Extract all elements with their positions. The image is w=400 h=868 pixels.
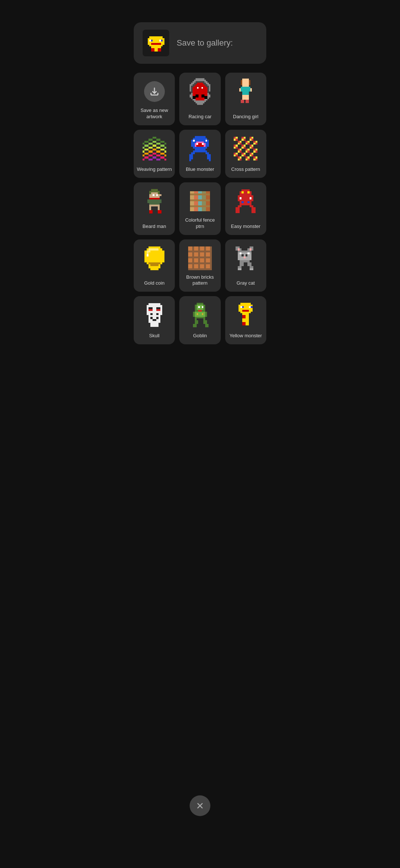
colorful-fence-item[interactable]: Colorful fence ptrn [179, 182, 220, 235]
beard-man-icon [141, 188, 167, 214]
easy-monster-label: Easy monster [231, 223, 260, 230]
colorful-fence-icon [187, 188, 213, 214]
skull-label: Skull [149, 333, 160, 339]
blue-monster-item[interactable]: Blue monster [179, 130, 220, 178]
goblin-item[interactable]: Goblin [179, 296, 220, 344]
save-new-icon [141, 79, 167, 105]
gray-cat-label: Gray cat [237, 280, 255, 286]
goblin-icon [187, 302, 213, 328]
racing-car-icon [187, 79, 213, 105]
yellow-monster-item[interactable]: Yellow monster [225, 296, 266, 344]
gray-cat-item[interactable]: Gray cat [225, 239, 266, 292]
dancing-girl-item[interactable]: Dancing girl [225, 73, 266, 125]
racing-car-label: Racing car [189, 114, 211, 120]
dancing-girl-icon [233, 79, 259, 105]
weaving-pattern-icon [141, 136, 167, 162]
blue-monster-icon [187, 136, 213, 162]
blue-monster-label: Blue monster [186, 166, 214, 173]
gray-cat-icon [233, 245, 259, 271]
cross-pattern-item[interactable]: Cross pattern [225, 130, 266, 178]
gold-coin-item[interactable]: Gold coin [134, 239, 175, 292]
artwork-grid: Save as new artwork Racing car Dancing g… [128, 73, 272, 381]
racing-car-item[interactable]: Racing car [179, 73, 220, 125]
close-button[interactable] [190, 795, 210, 816]
beard-man-label: Beard man [143, 223, 166, 230]
beard-man-item[interactable]: Beard man [134, 182, 175, 235]
skull-item[interactable]: Skull [134, 296, 175, 344]
colorful-fence-label: Colorful fence ptrn [182, 217, 217, 230]
brown-bricks-label: Brown bricks pattern [182, 274, 217, 287]
yellow-monster-icon [233, 302, 259, 328]
gold-coin-icon [141, 245, 167, 271]
header-card: Save to gallery: [134, 22, 266, 64]
header-title: Save to gallery: [177, 38, 233, 48]
gold-coin-label: Gold coin [144, 280, 164, 286]
weaving-pattern-item[interactable]: Weaving pattern [134, 130, 175, 178]
yellow-monster-label: Yellow monster [229, 333, 262, 339]
goblin-label: Goblin [193, 333, 207, 339]
skull-icon [141, 302, 167, 328]
brown-bricks-icon [187, 245, 213, 271]
weaving-pattern-label: Weaving pattern [137, 166, 171, 173]
save-new-label: Save as new artwork [137, 107, 172, 120]
easy-monster-item[interactable]: Easy monster [225, 182, 266, 235]
cross-pattern-icon [233, 136, 259, 162]
header-thumbnail [143, 30, 169, 56]
save-new-button[interactable]: Save as new artwork [134, 73, 175, 125]
brown-bricks-item[interactable]: Brown bricks pattern [179, 239, 220, 292]
cross-pattern-label: Cross pattern [231, 166, 260, 173]
dancing-girl-label: Dancing girl [233, 114, 259, 120]
easy-monster-icon [233, 188, 259, 214]
